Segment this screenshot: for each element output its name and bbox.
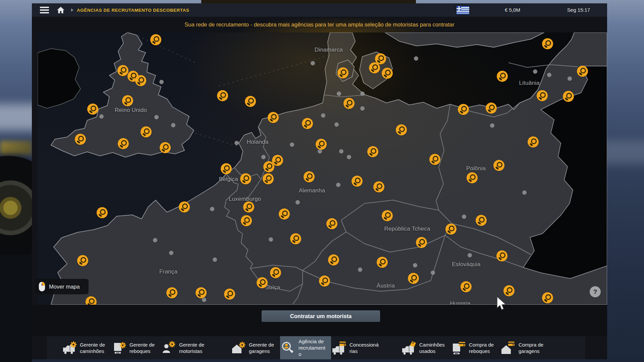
- discovered-agency-marker[interactable]: [396, 124, 407, 135]
- undiscovered-agency-dot: [547, 73, 551, 77]
- discovered-agency-marker[interactable]: [304, 171, 315, 182]
- discovered-agency-marker[interactable]: [316, 139, 327, 150]
- undiscovered-agency-dot: [261, 155, 266, 159]
- breadcrumb-chevron-icon: [71, 8, 73, 12]
- discovered-agency-marker[interactable]: [279, 208, 290, 220]
- country-label: Dinamarca: [315, 47, 343, 53]
- map-surface[interactable]: Reino UnidoDinamarcaHolandaBélgicaLuxemb…: [38, 33, 607, 305]
- discovered-agency-marker[interactable]: [458, 104, 469, 115]
- discovered-agency-marker[interactable]: [87, 104, 98, 115]
- discovered-agency-marker[interactable]: [461, 281, 472, 292]
- discovered-agency-marker[interactable]: [122, 95, 133, 106]
- discovered-agency-marker[interactable]: [542, 292, 553, 303]
- discovered-agency-marker[interactable]: [257, 277, 268, 288]
- country-label: França: [159, 268, 177, 275]
- top-bar: AGÊNCIAS DE RECRUTAMENTO DESCOBERTAS € 5…: [32, 3, 607, 17]
- discovered-agency-marker[interactable]: [537, 90, 548, 101]
- tab-garage-purchase[interactable]: Compra de garagens: [500, 336, 550, 359]
- discovered-agency-marker[interactable]: [141, 126, 152, 137]
- page-subtitle: Sua rede de recrutamento - descubra mais…: [32, 17, 607, 33]
- discovered-agency-marker[interactable]: [217, 90, 228, 101]
- discovered-agency-marker[interactable]: [268, 112, 279, 123]
- scene-crane: [201, 0, 416, 3]
- tab-recruitment-agency[interactable]: Agência de recrutamento: [280, 336, 331, 359]
- discovered-agency-marker[interactable]: [445, 224, 457, 235]
- undiscovered-agency-dot: [414, 56, 418, 61]
- discovered-agency-marker[interactable]: [75, 134, 86, 145]
- undiscovered-agency-dot: [290, 142, 294, 147]
- discovered-agency-marker[interactable]: [408, 273, 419, 284]
- tab-label: Concessionárias: [350, 342, 380, 354]
- discovered-agency-marker[interactable]: [382, 68, 393, 79]
- tab-garage-manager[interactable]: Gerente de garagens: [230, 336, 280, 359]
- discovered-agency-marker[interactable]: [245, 96, 256, 107]
- discovered-agency-marker[interactable]: [224, 289, 235, 300]
- discovered-agency-marker[interactable]: [77, 255, 88, 266]
- discovered-agency-marker[interactable]: [135, 75, 146, 86]
- country-label: Bélgica: [219, 176, 238, 183]
- discovered-agency-marker[interactable]: [86, 296, 97, 305]
- discovered-agency-marker[interactable]: [352, 176, 363, 187]
- discovered-agency-marker[interactable]: [416, 237, 427, 248]
- menu-icon[interactable]: [40, 7, 49, 13]
- discovered-agency-marker[interactable]: [160, 142, 171, 153]
- discovered-agency-marker[interactable]: [497, 71, 508, 82]
- discovered-agency-marker[interactable]: [270, 267, 281, 278]
- discovered-agency-marker[interactable]: [528, 136, 539, 147]
- tab-dealers[interactable]: Concessionárias: [331, 336, 381, 359]
- discovered-agency-marker[interactable]: [563, 91, 574, 102]
- discovered-agency-marker[interactable]: [117, 65, 128, 76]
- discovered-agency-marker[interactable]: [118, 138, 129, 149]
- tab-trailer-manager[interactable]: Gerente de reboques: [111, 336, 161, 359]
- discovered-agency-marker[interactable]: [326, 218, 337, 229]
- tab-trailer-purchase[interactable]: Compra de reboques: [450, 336, 500, 359]
- discovered-agency-marker[interactable]: [302, 118, 313, 129]
- discovered-agency-marker[interactable]: [221, 163, 232, 174]
- discovered-agency-marker[interactable]: [503, 285, 515, 296]
- discovered-agency-marker[interactable]: [97, 207, 108, 218]
- discovered-agency-marker[interactable]: [263, 173, 274, 184]
- discovered-agency-marker[interactable]: [486, 103, 497, 114]
- discovered-agency-marker[interactable]: [166, 287, 177, 298]
- undiscovered-agency-dot: [169, 251, 173, 255]
- discovered-agency-marker[interactable]: [337, 67, 348, 78]
- help-button[interactable]: ?: [590, 286, 601, 297]
- hire-driver-button[interactable]: Contratar um motorista: [262, 310, 380, 322]
- undiscovered-agency-dot: [339, 149, 343, 154]
- country-label: Eslováquia: [452, 261, 480, 268]
- truck-gear-icon: [62, 341, 77, 355]
- home-button[interactable]: [56, 6, 65, 14]
- discovered-agency-marker[interactable]: [467, 172, 478, 183]
- discovered-agency-marker[interactable]: [367, 146, 378, 157]
- undiscovered-agency-dot: [296, 200, 300, 204]
- discovered-agency-marker[interactable]: [496, 250, 507, 261]
- discovered-agency-marker[interactable]: [382, 210, 393, 221]
- discovered-agency-marker[interactable]: [150, 34, 161, 45]
- tab-used-trucks[interactable]: Caminhões usados: [401, 336, 450, 359]
- discovered-agency-marker[interactable]: [319, 276, 330, 287]
- undiscovered-agency-dot: [159, 80, 164, 84]
- discovered-agency-marker[interactable]: [179, 201, 190, 213]
- discovered-agency-marker[interactable]: [272, 155, 283, 166]
- discovered-agency-marker[interactable]: [369, 62, 380, 73]
- tab-truck-manager[interactable]: Gerente de caminhões: [61, 336, 111, 359]
- undiscovered-agency-dot: [234, 141, 239, 145]
- undiscovered-agency-dot: [431, 270, 435, 275]
- discovered-agency-marker[interactable]: [476, 215, 487, 226]
- discovered-agency-marker[interactable]: [542, 38, 553, 49]
- discovered-agency-marker[interactable]: [328, 254, 339, 265]
- discovered-agency-marker[interactable]: [429, 154, 440, 165]
- discovered-agency-marker[interactable]: [241, 215, 252, 226]
- tab-driver-manager[interactable]: Gerente de motoristas: [161, 336, 210, 359]
- discovered-agency-marker[interactable]: [577, 66, 588, 77]
- discovered-agency-marker[interactable]: [343, 98, 355, 109]
- pan-map-hint: Mover mapa: [35, 279, 89, 294]
- discovered-agency-marker[interactable]: [196, 287, 207, 298]
- discovered-agency-marker[interactable]: [373, 181, 384, 192]
- discovered-agency-marker[interactable]: [493, 160, 504, 171]
- discovered-agency-marker[interactable]: [377, 257, 388, 268]
- discovered-agency-marker[interactable]: [243, 201, 254, 213]
- discovered-agency-marker[interactable]: [240, 173, 251, 184]
- discovered-agency-marker[interactable]: [290, 233, 301, 244]
- person-magnifier-icon: [281, 341, 296, 355]
